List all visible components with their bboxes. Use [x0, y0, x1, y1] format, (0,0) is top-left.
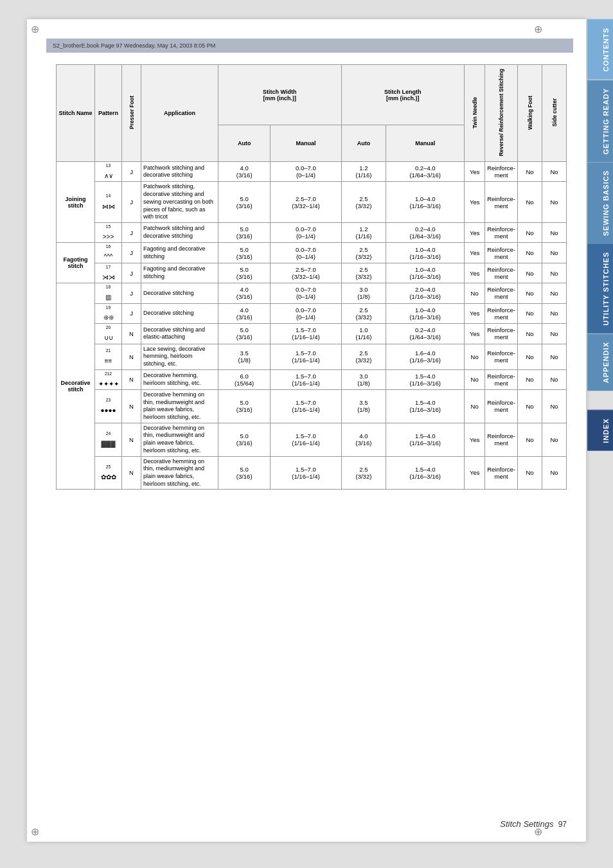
sw-auto-cell: 5.0(3/16) — [218, 182, 271, 222]
sw-manual-cell: 1.5–7.0(1/16–1/4) — [271, 423, 341, 456]
pattern-cell: 25✿✿✿ — [95, 456, 122, 490]
walking-foot-cell: No — [518, 324, 542, 344]
presser-foot-cell: J — [122, 303, 141, 323]
side-cutter-cell: No — [542, 390, 567, 423]
presser-foot-cell: N — [122, 324, 141, 344]
tab-getting-ready[interactable]: GETTING READY — [587, 80, 613, 162]
twin-needle-cell: Yes — [465, 303, 485, 323]
col-walking-foot: Walking Foot — [518, 65, 542, 162]
sw-auto-cell: 3.5(1/8) — [218, 344, 271, 369]
sl-auto-cell: 4.0(3/16) — [341, 423, 386, 456]
side-cutter-cell: No — [542, 324, 567, 344]
side-cutter-cell: No — [542, 222, 567, 242]
col-stitch-width-group: Stitch Width[mm (inch.)] — [218, 65, 342, 125]
table-row: 21≡≡NLace sewing, decorative hemming, he… — [57, 344, 567, 369]
reverse-cell: Reinforce-ment — [485, 283, 518, 303]
tab-utility-stitches[interactable]: UTILITY STITCHES — [587, 244, 613, 333]
sw-auto-cell: 5.0(3/16) — [218, 222, 271, 242]
sw-manual-cell: 1.5–7.0(1/16–1/4) — [271, 369, 341, 389]
side-cutter-cell: No — [542, 283, 567, 303]
table-row: 15>>>JPatchwork stitching and decorative… — [57, 222, 567, 242]
application-cell: Decorative stitching and elastic-attachi… — [141, 324, 218, 344]
corner-mark-tr: ⊕ — [534, 23, 542, 35]
sw-manual-cell: 2.5–7.0(3/32–1/4) — [271, 182, 341, 222]
walking-foot-cell: No — [518, 369, 542, 389]
sl-manual-cell: 0.2–4.0(1/64–3/16) — [386, 222, 465, 242]
application-cell: Patchwork stitching and decorative stitc… — [141, 162, 218, 182]
sl-manual-cell: 0.2–4.0(1/64–3/16) — [386, 324, 465, 344]
pattern-cell: 23●●●● — [95, 390, 122, 423]
walking-foot-cell: No — [518, 344, 542, 369]
side-cutter-cell: No — [542, 369, 567, 389]
reverse-cell: Reinforce-ment — [485, 456, 518, 490]
table-row: 24▓▓▓NDecorative hemming on thin, medium… — [57, 423, 567, 456]
tab-contents[interactable]: CONTENTS — [587, 19, 613, 80]
col-presser-foot: Presser Foot — [122, 65, 141, 162]
table-row: 23●●●●NDecorative hemming on thin, mediu… — [57, 390, 567, 423]
presser-foot-cell: J — [122, 243, 141, 263]
col-sw-auto: Auto — [218, 125, 271, 162]
tab-sewing-basics[interactable]: SEWING BASICS — [587, 162, 613, 244]
reverse-cell: Reinforce-ment — [485, 243, 518, 263]
walking-foot-cell: No — [518, 162, 542, 182]
application-cell: Patchwork stitching and decorative stitc… — [141, 222, 218, 242]
presser-foot-cell: N — [122, 390, 141, 423]
presser-foot-cell: N — [122, 456, 141, 490]
sw-manual-cell: 0.0–7.0(0–1/4) — [271, 243, 341, 263]
twin-needle-cell: No — [465, 390, 485, 423]
sl-manual-cell: 1.0–4.0(1/16–3/16) — [386, 263, 465, 283]
walking-foot-cell: No — [518, 222, 542, 242]
footer: Stitch Settings 97 — [500, 819, 567, 829]
table-row: 17⋊⋊JFagoting and decorative stitching5.… — [57, 263, 567, 283]
col-walking-foot-label: Walking Foot — [526, 93, 535, 132]
sw-manual-cell: 1.5–7.0(1/16–1/4) — [271, 456, 341, 490]
sw-auto-cell: 4.0(3/16) — [218, 162, 271, 182]
reverse-cell: Reinforce-ment — [485, 303, 518, 323]
table-row: Decorativestitch18▥JDecorative stitching… — [57, 283, 567, 303]
sl-manual-cell: 2.0–4.0(1/16–3/16) — [386, 283, 465, 303]
reverse-cell: Reinforce-ment — [485, 423, 518, 456]
application-cell: Decorative hemming, heirloom stitching, … — [141, 369, 218, 389]
tab-appendix[interactable]: APPENDIX — [587, 333, 613, 391]
sl-auto-cell: 3.0(1/8) — [341, 369, 386, 389]
twin-needle-cell: Yes — [465, 456, 485, 490]
application-cell: Lace sewing, decorative hemming, heirloo… — [141, 344, 218, 369]
sw-manual-cell: 0.0–7.0(0–1/4) — [271, 283, 341, 303]
sl-manual-cell: 1.5–4.0(1/16–3/16) — [386, 456, 465, 490]
presser-foot-cell: N — [122, 344, 141, 369]
application-cell: Decorative hemming on thin, mediumweight… — [141, 390, 218, 423]
twin-needle-cell: Yes — [465, 243, 485, 263]
walking-foot-cell: No — [518, 423, 542, 456]
side-cutter-cell: No — [542, 303, 567, 323]
tab-index[interactable]: INDEX — [587, 410, 613, 451]
presser-foot-cell: J — [122, 222, 141, 242]
table-row: 14⋈⋈JPatchwork stitching, decorative sti… — [57, 182, 567, 222]
reverse-cell: Reinforce-ment — [485, 344, 518, 369]
col-pattern: Pattern — [95, 65, 122, 162]
reverse-cell: Reinforce-ment — [485, 222, 518, 242]
sl-auto-cell: 2.5(3/32) — [341, 182, 386, 222]
application-cell: Decorative hemming on thin, mediumweight… — [141, 456, 218, 490]
twin-needle-cell: Yes — [465, 162, 485, 182]
side-navigation: CONTENTS GETTING READY SEWING BASICS UTI… — [587, 19, 613, 451]
sl-auto-cell: 2.5(3/32) — [341, 344, 386, 369]
presser-foot-cell: N — [122, 423, 141, 456]
sl-auto-cell: 1.2(1/16) — [341, 222, 386, 242]
pattern-cell: 21≡≡ — [95, 344, 122, 369]
sw-auto-cell: 5.0(3/16) — [218, 263, 271, 283]
sw-auto-cell: 6.0(15/64) — [218, 369, 271, 389]
sl-manual-cell: 1.5–4.0(1/16–3/16) — [386, 423, 465, 456]
presser-foot-cell: J — [122, 162, 141, 182]
sw-manual-cell: 1.5–7.0(1/16–1/4) — [271, 324, 341, 344]
side-cutter-cell: No — [542, 423, 567, 456]
sl-manual-cell: 1.0–4.0(1/16–3/16) — [386, 182, 465, 222]
pattern-cell: 20∪∪ — [95, 324, 122, 344]
table-row: 25✿✿✿NDecorative hemming on thin, medium… — [57, 456, 567, 490]
pattern-cell: 14⋈⋈ — [95, 182, 122, 222]
twin-needle-cell: No — [465, 369, 485, 389]
main-content: Stitch Name Pattern Presser Foot Applica… — [46, 58, 573, 496]
side-cutter-cell: No — [542, 456, 567, 490]
col-stitch-length-group: Stitch Length[mm (inch.)] — [341, 65, 465, 125]
twin-needle-cell: Yes — [465, 222, 485, 242]
sl-auto-cell: 3.5(1/8) — [341, 390, 386, 423]
